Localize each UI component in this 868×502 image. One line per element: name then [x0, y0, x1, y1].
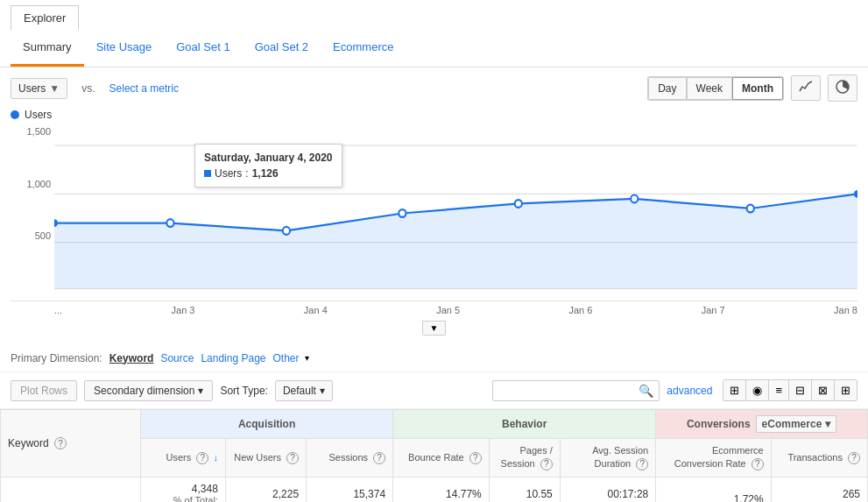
acquisition-header: Acquisition	[141, 410, 393, 439]
totals-new-users: 2,225 % of Total: 23.32% (9,541)	[225, 477, 306, 502]
svg-point-9	[399, 209, 406, 217]
avg-session-col-header: Avg. Session Duration ?	[560, 439, 655, 477]
plot-rows-button[interactable]: Plot Rows	[11, 380, 77, 401]
expand-chart-button[interactable]: ▼	[422, 321, 447, 336]
expand-btn-container: ▼	[11, 319, 857, 337]
y-label-1500: 1,500	[26, 126, 51, 137]
new-users-col-header: New Users ?	[225, 439, 306, 477]
line-chart-icon-btn[interactable]	[791, 75, 821, 101]
totals-ecommerce-rate: 1.72% Avg for View: 1.20%	[656, 477, 771, 502]
select-metric-link[interactable]: Select a metric	[109, 82, 179, 95]
keyword-header: Keyword ?	[1, 410, 141, 477]
totals-bounce-rate: 14.77% Avg for View: 24.99% (-40.92%)	[393, 477, 490, 502]
search-input[interactable]	[498, 385, 639, 397]
behavior-header: Behavior	[393, 410, 656, 439]
metric-select-arrow: ▼	[49, 82, 60, 95]
users-help-icon[interactable]: ?	[196, 452, 208, 464]
chart-container: 1,500 1,000 500 Saturday, January 4, 202…	[11, 126, 857, 301]
table-toolbar: Plot Rows Secondary dimension ▾ Sort Typ…	[0, 372, 868, 409]
svg-point-8	[283, 227, 290, 235]
sort-type-dropdown[interactable]: Default ▾	[275, 380, 333, 401]
tab-summary[interactable]: Summary	[11, 30, 84, 67]
tooltip-date: Saturday, January 4, 2020	[204, 152, 333, 164]
x-label-0: ...	[54, 305, 62, 315]
pie-view-btn[interactable]: ◉	[746, 380, 769, 400]
top-nav: Summary Site Usage Goal Set 1 Goal Set 2…	[0, 30, 868, 67]
x-label-jan3: Jan 3	[172, 305, 195, 315]
totals-row: 4,348 % of Total: 31.13% (13,966) 2,225 …	[1, 477, 868, 502]
keyword-help-icon[interactable]: ?	[54, 437, 67, 449]
view-icons: ⊞ ◉ ≡ ⊟ ⊠ ⊞	[723, 379, 857, 401]
sessions-help-icon[interactable]: ?	[373, 452, 385, 464]
svg-point-12	[747, 205, 754, 213]
x-label-jan5: Jan 5	[436, 305, 460, 315]
tooltip-metric-value: 1,126	[252, 167, 279, 180]
transactions-help-icon[interactable]: ?	[848, 452, 860, 464]
tooltip-value: Users: 1,126	[204, 167, 333, 180]
ecommerce-rate-help-icon[interactable]: ?	[752, 458, 764, 470]
svg-point-11	[631, 194, 638, 202]
week-button[interactable]: Week	[687, 77, 732, 100]
totals-avg-session: 00:17:28 Avg for View: 00:15:36 (11.96%)	[560, 477, 655, 502]
pivot-view-btn[interactable]: ⊟	[789, 380, 812, 400]
pie-chart-icon-btn[interactable]	[828, 74, 857, 102]
sort-default-label: Default	[283, 385, 316, 397]
tab-site-usage[interactable]: Site Usage	[84, 30, 165, 67]
totals-users: 4,348 % of Total: 31.13% (13,966)	[141, 477, 226, 502]
toolbar-left: Users ▼ vs. Select a metric	[11, 78, 179, 99]
ecommerce-arrow: ▾	[825, 418, 830, 430]
legend-label: Users	[25, 109, 52, 121]
tooltip-metric: Users	[215, 167, 242, 180]
sessions-col-header: Sessions ?	[307, 439, 393, 477]
search-icon[interactable]: 🔍	[639, 384, 653, 398]
totals-users-pct: % of Total: 31.13% (13,966)	[148, 495, 218, 502]
new-users-help-icon[interactable]: ?	[286, 452, 299, 464]
secondary-dimension-dropdown[interactable]: Secondary dimension ▾	[84, 380, 213, 401]
dim-landing-page-link[interactable]: Landing Page	[201, 352, 265, 364]
sort-type-label: Sort Type:	[220, 385, 267, 397]
x-label-jan4: Jan 4	[304, 305, 328, 315]
totals-pages-session: 10.55 Avg for View: 9.23	[489, 477, 560, 502]
vs-label: vs.	[81, 82, 95, 95]
secondary-dim-arrow: ▾	[198, 385, 203, 397]
compare-view-btn[interactable]: ⊠	[812, 380, 835, 400]
bounce-rate-help-icon[interactable]: ?	[469, 452, 482, 464]
other-dropdown-arrow[interactable]: ▾	[301, 351, 313, 364]
tab-goal-set-2[interactable]: Goal Set 2	[243, 30, 321, 67]
dim-other-link[interactable]: Other	[273, 352, 300, 364]
bar-view-btn[interactable]: ≡	[769, 380, 789, 400]
totals-keyword-cell	[1, 477, 141, 502]
data-view-btn[interactable]: ⊞	[835, 380, 857, 400]
conversions-header: Conversions eCommerce ▾	[656, 410, 868, 439]
metric-select[interactable]: Users ▼	[11, 78, 67, 99]
users-sort-arrow: ↓	[213, 452, 218, 463]
explorer-tab[interactable]: Explorer	[11, 5, 79, 30]
legend-dot	[11, 110, 19, 119]
dim-keyword-link[interactable]: Keyword	[109, 352, 154, 364]
ecommerce-dropdown[interactable]: eCommerce ▾	[756, 415, 837, 433]
tab-ecommerce[interactable]: Ecommerce	[321, 30, 406, 67]
totals-sessions: 15,374 % of Total: 39.23% (39,192)	[307, 477, 393, 502]
day-button[interactable]: Day	[648, 77, 686, 100]
grid-view-btn[interactable]: ⊞	[723, 380, 746, 400]
ecommerce-rate-col-header: Ecommerce Conversion Rate ?	[656, 439, 771, 477]
metric-select-value: Users	[18, 82, 46, 95]
avg-session-help-icon[interactable]: ?	[636, 458, 648, 470]
line-chart-icon	[799, 81, 813, 93]
totals-transactions: 265 % of Total: 56.38% (470)	[771, 477, 867, 502]
chart-svg	[54, 126, 857, 300]
pie-chart-icon	[836, 80, 850, 94]
users-col-header: Users ? ↓	[141, 439, 226, 477]
tab-goal-set-1[interactable]: Goal Set 1	[164, 30, 242, 67]
y-label-1000: 1,000	[26, 179, 51, 189]
pages-session-col-header: Pages / Session ?	[489, 439, 560, 477]
primary-dimension-row: Primary Dimension: Keyword Source Landin…	[0, 344, 868, 372]
transactions-col-header: Transactions ?	[771, 439, 867, 477]
month-button[interactable]: Month	[732, 77, 783, 100]
chart-inner: Saturday, January 4, 2020 Users: 1,126	[54, 126, 857, 300]
dim-source-link[interactable]: Source	[160, 352, 194, 364]
data-table: Keyword ? Acquisition Behavior Conversio…	[0, 409, 868, 502]
advanced-link[interactable]: advanced	[667, 385, 712, 397]
x-axis: ... Jan 3 Jan 4 Jan 5 Jan 6 Jan 7 Jan 8	[11, 301, 857, 319]
pages-session-help-icon[interactable]: ?	[540, 458, 553, 470]
